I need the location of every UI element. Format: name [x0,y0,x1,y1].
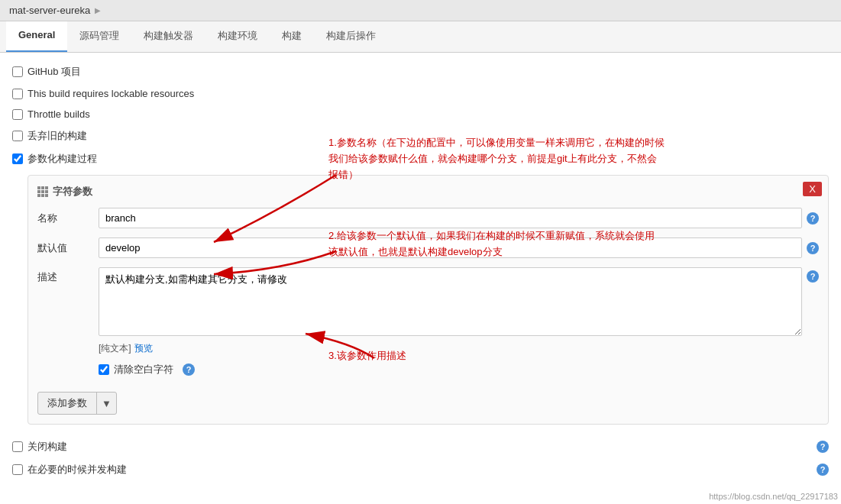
tab-source[interactable]: 源码管理 [67,21,131,52]
github-label[interactable]: GitHub 项目 [27,65,81,79]
title-bar: mat-server-eureka ▶ [0,0,841,21]
add-param-button[interactable]: 添加参数 ▼ [37,392,117,415]
name-field-row: 名称 ? [37,208,819,228]
trim-label[interactable]: 清除空白字符 [114,363,173,376]
name-input[interactable] [99,208,802,228]
github-checkbox[interactable] [12,66,23,77]
param-section-title: 字符参数 [53,185,92,199]
close-build-label[interactable]: 关闭构建 [27,440,67,454]
default-input[interactable] [99,237,802,258]
close-build-row: 关闭构建 ? [12,440,829,454]
default-label: 默认值 [37,241,99,255]
close-build-checkbox[interactable] [12,441,23,452]
title-arrow: ▶ [95,6,101,15]
concurrent-label[interactable]: 在必要的时候并发构建 [27,463,127,477]
trim-help-icon[interactable]: ? [183,363,195,376]
throttle-checkbox[interactable] [12,109,23,120]
parameterize-row: 参数化构建过程 [12,152,829,166]
desc-help-icon[interactable]: ? [807,270,819,283]
tab-general[interactable]: General [6,21,67,52]
content-area: GitHub 项目 This build requires lockable r… [0,53,841,504]
tab-build[interactable]: 构建 [270,21,314,52]
github-row: GitHub 项目 [12,65,829,79]
discard-label[interactable]: 丢弃旧的构建 [27,129,87,143]
desc-field-row: 描述 ? [37,267,819,336]
lockable-label[interactable]: This build requires lockable resources [27,88,194,99]
plain-text-label: [纯文本] [99,342,131,355]
main-container: General 源码管理 构建触发器 构建环境 构建 构建后操作 GitHub … [0,21,841,504]
project-name: mat-server-eureka [9,5,90,16]
lockable-row: This build requires lockable resources [12,88,829,99]
discard-row: 丢弃旧的构建 [12,129,829,143]
tabs-bar: General 源码管理 构建触发器 构建环境 构建 构建后操作 [0,21,841,53]
tab-env[interactable]: 构建环境 [205,21,270,52]
param-section: 字符参数 X 名称 ? 默认值 ? 描述 ? [27,175,829,425]
bottom-checkboxes: 关闭构建 ? 在必要的时候并发构建 ? [12,440,829,477]
lockable-checkbox[interactable] [12,89,23,99]
name-help-icon[interactable]: ? [807,212,819,225]
tab-post-build[interactable]: 构建后操作 [314,21,388,52]
parameterize-label[interactable]: 参数化构建过程 [27,152,97,166]
add-param-arrow: ▼ [97,394,116,413]
grid-icon [37,186,48,197]
concurrent-help-icon[interactable]: ? [817,464,829,476]
concurrent-checkbox[interactable] [12,464,23,475]
tab-triggers[interactable]: 构建触发器 [131,21,205,52]
text-format-row: [纯文本] 预览 [99,342,819,355]
watermark: https://blog.csdn.net/qq_22917183 [709,492,838,501]
desc-label: 描述 [37,267,99,284]
close-help-icon[interactable]: ? [817,441,829,453]
trim-row: 清除空白字符 ? [99,363,819,376]
close-param-button[interactable]: X [803,182,822,196]
param-section-header: 字符参数 [37,185,819,199]
trim-checkbox[interactable] [99,364,109,375]
default-help-icon[interactable]: ? [807,242,819,254]
throttle-label[interactable]: Throttle builds [27,108,90,120]
default-field-row: 默认值 ? [37,237,819,258]
discard-checkbox[interactable] [12,131,23,141]
desc-textarea[interactable] [99,267,802,336]
preview-link[interactable]: 预览 [134,342,153,355]
name-label: 名称 [37,212,99,225]
parameterize-checkbox[interactable] [12,153,23,164]
concurrent-row: 在必要的时候并发构建 ? [12,463,829,477]
add-param-label: 添加参数 [38,393,97,414]
throttle-row: Throttle builds [12,108,829,120]
